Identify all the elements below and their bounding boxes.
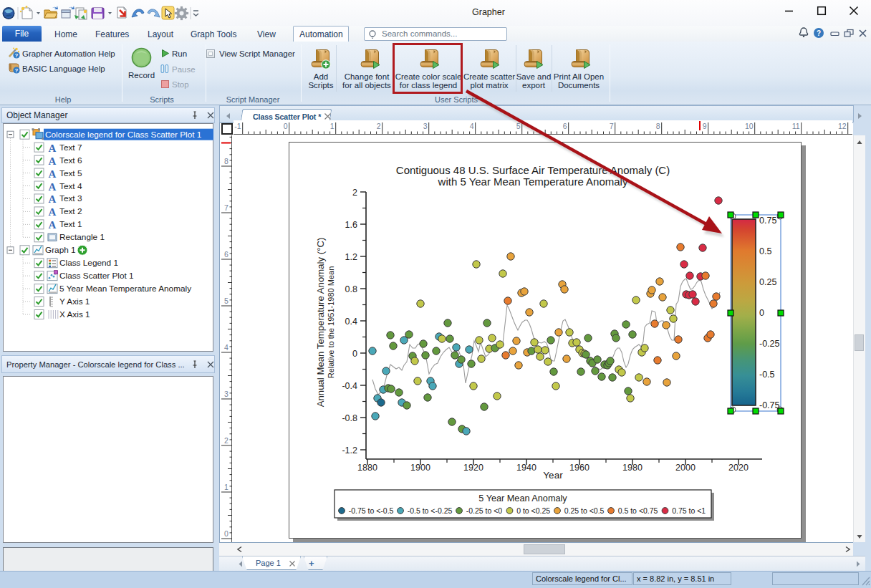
svg-text:A: A: [49, 143, 57, 154]
svg-text:0.75: 0.75: [759, 216, 776, 226]
svg-text:Contiguous 48 U.S. Surface Air: Contiguous 48 U.S. Surface Air Temperatu…: [396, 164, 670, 176]
svg-text:4: 4: [470, 122, 474, 130]
svg-text:0: 0: [284, 122, 288, 130]
svg-text:0.4: 0.4: [345, 317, 357, 327]
svg-text:1980: 1980: [622, 463, 643, 473]
svg-text:-1: -1: [234, 122, 241, 130]
svg-text:5: 5: [224, 297, 228, 305]
svg-text:A: A: [49, 155, 57, 167]
svg-text:Class Scatter Plot 1: Class Scatter Plot 1: [59, 271, 134, 281]
svg-text:Y Axis 1: Y Axis 1: [59, 297, 90, 307]
svg-text:1920: 1920: [463, 463, 483, 473]
svg-text:-0.75: -0.75: [759, 400, 780, 410]
svg-text:5 Year Mean Anomaly: 5 Year Mean Anomaly: [478, 493, 567, 503]
svg-text:-0.4: -0.4: [342, 381, 357, 391]
svg-text:1960: 1960: [569, 463, 590, 473]
svg-text:0 to <0.25: 0 to <0.25: [516, 506, 550, 515]
svg-text:1: 1: [330, 122, 335, 130]
svg-text:A: A: [49, 181, 57, 193]
svg-text:Text 6: Text 6: [59, 155, 82, 165]
svg-text:0.25 to <0.5: 0.25 to <0.5: [564, 506, 605, 515]
svg-text:0.25: 0.25: [759, 277, 776, 287]
svg-text:1900: 1900: [410, 463, 430, 473]
svg-text:10: 10: [745, 122, 754, 130]
svg-text:Text 7: Text 7: [59, 143, 82, 153]
svg-text:1940: 1940: [516, 463, 536, 473]
svg-text:Text 5: Text 5: [59, 168, 82, 178]
svg-text:2: 2: [377, 122, 381, 130]
svg-text:-0.8: -0.8: [342, 413, 357, 423]
svg-text:6: 6: [224, 250, 228, 259]
svg-text:Rectangle 1: Rectangle 1: [59, 232, 105, 242]
svg-text:1: 1: [224, 483, 228, 491]
svg-text:6: 6: [563, 122, 567, 130]
svg-text:-0.5 to <-0.25: -0.5 to <-0.25: [408, 506, 453, 515]
svg-text:2000: 2000: [675, 463, 696, 473]
svg-text:11: 11: [792, 122, 800, 130]
svg-text:0: 0: [759, 308, 764, 318]
svg-text:Colorscale legend for Class Sc: Colorscale legend for Class Scatter Plot…: [45, 130, 201, 140]
svg-text:Text 1: Text 1: [59, 219, 82, 229]
svg-text:-0.5: -0.5: [759, 370, 775, 380]
svg-text:Text 2: Text 2: [59, 206, 82, 216]
svg-text:A: A: [49, 219, 57, 231]
svg-text:0.8: 0.8: [345, 284, 357, 294]
svg-text:3: 3: [224, 390, 228, 398]
svg-text:12: 12: [838, 122, 847, 130]
svg-text:3: 3: [423, 122, 428, 130]
svg-text:Class Legend 1: Class Legend 1: [59, 258, 118, 268]
svg-text:Relative to the 1951-1980 Mean: Relative to the 1951-1980 Mean: [327, 266, 335, 379]
svg-text:with 5 Year Mean Temperature A: with 5 Year Mean Temperature Anomaly: [438, 175, 628, 188]
svg-text:X Axis 1: X Axis 1: [59, 309, 90, 319]
svg-text:A: A: [49, 206, 57, 218]
svg-text:0.5 to <0.75: 0.5 to <0.75: [618, 506, 658, 515]
svg-text:4: 4: [224, 343, 228, 352]
svg-text:1.6: 1.6: [345, 220, 357, 230]
svg-text:-0.75 to <-0.5: -0.75 to <-0.5: [349, 506, 394, 515]
svg-text:Text 4: Text 4: [59, 181, 82, 191]
svg-text:0.75 to <1: 0.75 to <1: [672, 506, 706, 515]
svg-text:0: 0: [352, 349, 357, 359]
svg-text:8: 8: [224, 157, 228, 165]
svg-text:7: 7: [224, 203, 228, 212]
svg-text:2: 2: [352, 188, 357, 198]
svg-text:Annual Mean Temperature Anomal: Annual Mean Temperature Anomaly (°C): [315, 238, 326, 408]
svg-text:9: 9: [703, 122, 707, 130]
svg-text:0.5: 0.5: [759, 246, 771, 256]
svg-text:1880: 1880: [357, 463, 377, 473]
svg-text:5 Year Mean Temperature Anomal: 5 Year Mean Temperature Anomaly: [59, 284, 191, 294]
svg-text:1.2: 1.2: [345, 252, 357, 262]
svg-text:Year: Year: [543, 470, 563, 481]
svg-text:-0.25: -0.25: [759, 339, 780, 349]
svg-text:A: A: [49, 168, 57, 180]
svg-text:?: ?: [817, 29, 821, 37]
svg-text:-1.2: -1.2: [342, 445, 357, 456]
svg-text:2020: 2020: [728, 463, 749, 473]
svg-text:Graph 1: Graph 1: [45, 245, 76, 255]
svg-text:-0.25 to <0: -0.25 to <0: [466, 506, 503, 515]
svg-text:8: 8: [656, 122, 660, 130]
svg-text:A: A: [49, 193, 57, 205]
svg-text:7: 7: [610, 122, 614, 130]
svg-text:0: 0: [224, 529, 228, 538]
svg-text:Text 3: Text 3: [59, 193, 82, 203]
svg-text:2: 2: [224, 436, 228, 445]
svg-text:5: 5: [516, 122, 521, 130]
